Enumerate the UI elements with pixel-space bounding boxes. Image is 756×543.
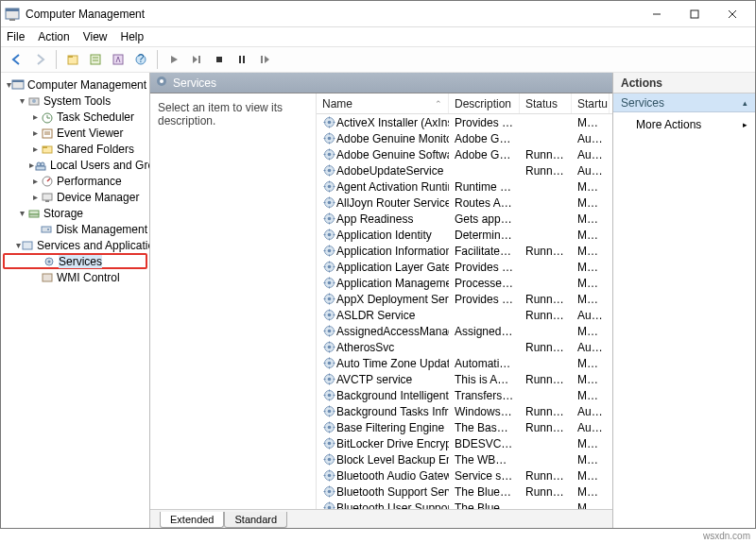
service-description: Provides infr... <box>449 293 520 306</box>
menu-view[interactable]: View <box>83 30 108 43</box>
tree-item[interactable]: ▸Shared Folders <box>3 141 147 157</box>
tree-item[interactable]: Disk Management <box>3 221 147 237</box>
service-row[interactable]: Adobe Genuine Software Int... Adobe Genu… <box>317 146 612 162</box>
svg-point-56 <box>327 137 331 141</box>
close-button[interactable] <box>713 2 751 26</box>
service-row[interactable]: AdobeUpdateService Running Autor <box>317 162 612 178</box>
service-icon <box>322 164 335 178</box>
minimize-button[interactable] <box>638 2 676 26</box>
app-icon <box>5 7 20 22</box>
help-button[interactable]: ? <box>130 49 151 70</box>
svg-point-48 <box>160 79 163 83</box>
service-row[interactable]: AssignedAccessManager Ser... AssignedAcc… <box>317 323 612 339</box>
tree-item-services[interactable]: Services <box>3 253 147 269</box>
tree-item-icon <box>43 255 56 268</box>
play-all-button[interactable] <box>186 49 207 70</box>
svg-rect-34 <box>36 166 45 170</box>
service-icon <box>322 196 335 210</box>
service-row[interactable]: Application Layer Gateway S... Provides … <box>317 259 612 275</box>
tree-system-tools[interactable]: ▾System Tools <box>3 93 147 109</box>
tab-extended[interactable]: Extended <box>160 512 224 528</box>
tab-standard[interactable]: Standard <box>224 512 287 528</box>
service-row[interactable]: BitLocker Drive Encryption S... BDESVC h… <box>317 435 612 451</box>
column-header[interactable]: Name⌃ <box>317 93 449 113</box>
service-startup: Manu <box>572 389 610 402</box>
service-name: Bluetooth Audio Gateway Se... <box>336 469 449 483</box>
service-row[interactable]: AppX Deployment Service (A... Provides i… <box>317 291 612 307</box>
svg-rect-21 <box>12 80 24 82</box>
service-row[interactable]: Background Tasks Infrastruc... Windows i… <box>317 403 612 419</box>
svg-point-33 <box>41 162 44 166</box>
service-icon <box>322 245 335 258</box>
service-row[interactable]: Background Intelligent Tran... Transfers… <box>317 387 612 403</box>
service-row[interactable]: Application Identity Determines ... Manu <box>317 227 612 243</box>
service-startup: Manu <box>572 116 610 129</box>
service-startup: Autor <box>572 164 610 178</box>
service-row[interactable]: Bluetooth Audio Gateway Se... Service su… <box>317 467 612 484</box>
service-list[interactable]: ActiveX Installer (AxInstSV) Provides Us… <box>317 114 612 509</box>
actions-more[interactable]: More Actions▸ <box>613 112 755 137</box>
column-header[interactable]: Status <box>520 93 572 113</box>
service-description: The Base Filt... <box>449 421 520 434</box>
restart-button[interactable] <box>254 49 275 70</box>
tree-item-wmi-control[interactable]: WMI Control <box>3 269 147 285</box>
service-row[interactable]: Agent Activation Runtime_e... Runtime fo… <box>317 178 612 195</box>
service-row[interactable]: AVCTP service This is Audio... Running M… <box>317 371 612 387</box>
svg-rect-9 <box>91 55 100 64</box>
column-header[interactable]: Description <box>449 93 520 113</box>
pause-button[interactable] <box>232 49 252 70</box>
menu-file[interactable]: File <box>7 30 25 43</box>
service-row[interactable]: Bluetooth User Support Serv... The Bluet… <box>317 500 612 509</box>
center-title: Services <box>173 76 216 90</box>
svg-point-62 <box>327 153 331 157</box>
tree-item[interactable]: ▸Local Users and Groups <box>3 157 147 173</box>
menu-action[interactable]: Action <box>38 30 69 43</box>
column-header[interactable]: Startu <box>572 93 610 113</box>
service-row[interactable]: AtherosSvc Running Autor <box>317 339 612 355</box>
menu-help[interactable]: Help <box>121 30 145 43</box>
service-status: Running <box>520 373 572 386</box>
service-icon <box>322 116 335 129</box>
svg-point-116 <box>327 297 331 301</box>
svg-point-134 <box>327 346 331 349</box>
service-row[interactable]: App Readiness Gets apps re... Manu <box>317 211 612 227</box>
forward-button[interactable] <box>29 49 50 70</box>
service-row[interactable]: Auto Time Zone Updater Automaticall... M… <box>317 355 612 371</box>
svg-point-158 <box>327 410 331 414</box>
service-row[interactable]: ActiveX Installer (AxInstSV) Provides Us… <box>317 114 612 130</box>
service-row[interactable]: Bluetooth Support Service The Bluetoo...… <box>317 484 612 500</box>
service-row[interactable]: ASLDR Service Running Autor <box>317 307 612 323</box>
service-description: Routes AllJo... <box>449 196 520 210</box>
view-tabs: Extended Standard <box>150 509 612 528</box>
tree-item[interactable]: ▸Performance <box>3 173 147 189</box>
service-description: Transfers file... <box>449 389 520 402</box>
tree-item[interactable]: ▸Event Viewer <box>3 125 147 141</box>
stop-button[interactable] <box>209 49 230 70</box>
tree-item[interactable]: ▸Device Manager <box>3 189 147 205</box>
service-row[interactable]: Application Management Processes in... M… <box>317 275 612 291</box>
service-startup: Manu <box>572 196 610 210</box>
tree-storage[interactable]: ▾Storage <box>3 205 147 221</box>
service-name: App Readiness <box>336 212 413 226</box>
service-row[interactable]: Block Level Backup Engine S... The WBENG… <box>317 451 612 467</box>
svg-point-50 <box>327 121 331 125</box>
tree-root[interactable]: ▾Computer Management (Local) <box>3 76 147 93</box>
service-row[interactable]: Base Filtering Engine The Base Filt... R… <box>317 419 612 435</box>
up-button[interactable] <box>62 49 83 70</box>
service-row[interactable]: Application Information Facilitates th..… <box>317 243 612 259</box>
service-startup: Manu <box>572 501 610 510</box>
service-name: AllJoyn Router Service <box>336 196 449 210</box>
export-button[interactable] <box>108 49 129 70</box>
service-description: Automaticall... <box>449 357 520 370</box>
play-button[interactable] <box>163 49 184 70</box>
tree-item[interactable]: ▸Task Scheduler <box>3 109 147 125</box>
tree-services-apps[interactable]: ▾Services and Applications <box>3 237 147 253</box>
properties-button[interactable] <box>85 49 106 70</box>
back-button[interactable] <box>7 49 27 70</box>
service-row[interactable]: Adobe Genuine Monitor Se... Adobe Genu..… <box>317 130 612 146</box>
actions-context[interactable]: Services▴ <box>613 93 755 112</box>
maximize-button[interactable] <box>676 2 713 26</box>
tree-pane[interactable]: ▾Computer Management (Local) ▾System Too… <box>1 73 150 528</box>
service-name: Application Management <box>336 277 449 290</box>
service-row[interactable]: AllJoyn Router Service Routes AllJo... M… <box>317 195 612 211</box>
